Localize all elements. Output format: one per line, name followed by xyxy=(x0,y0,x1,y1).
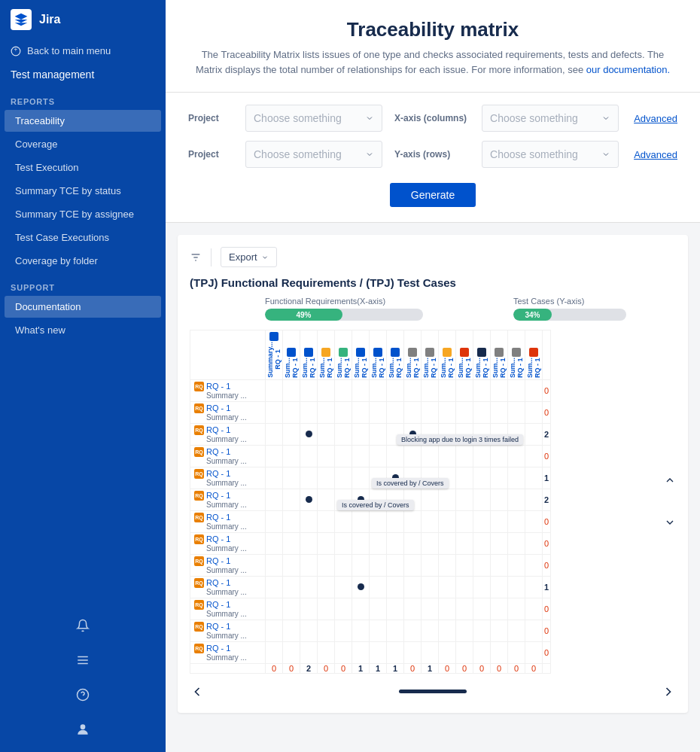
row-total: 0 xyxy=(543,620,551,641)
help-icon[interactable] xyxy=(71,683,95,707)
yaxis-progress-bar: 34% xyxy=(513,309,626,321)
col-header-8: RQ - 1Sum... xyxy=(387,330,404,380)
matrix-cell-dot[interactable] xyxy=(352,576,370,598)
sidebar-item-summary-tce-assignee[interactable]: Summary TCE by assignee xyxy=(5,203,161,225)
svg-text:+: + xyxy=(14,46,18,53)
row-total: 1 xyxy=(543,467,551,489)
row-summary: Summary ... xyxy=(194,457,261,465)
xaxis-label: X-axis (columns) xyxy=(394,113,470,123)
col-header-14: RQ - 1Sum... xyxy=(491,330,508,380)
table-row: RQRQ - 1 Summary ... 0 xyxy=(190,510,551,532)
support-section-label: SUPPORT xyxy=(0,272,166,295)
back-label: Back to main menu xyxy=(27,45,111,56)
yaxis-progress-fill: 34% xyxy=(513,309,552,321)
col-header-15: RQ - 1Sum... xyxy=(508,330,525,380)
scroll-right-button[interactable] xyxy=(661,684,676,699)
row-total: 0 xyxy=(543,379,551,401)
sidebar-item-test-case-executions[interactable]: Test Case Executions xyxy=(5,227,161,248)
sidebar-item-documentation[interactable]: Documentation xyxy=(5,296,161,318)
row-rq-label: RQ - 1 xyxy=(206,469,230,478)
chevron-down-icon-1 xyxy=(365,114,374,123)
bottom-navigation xyxy=(190,677,676,701)
sidebar-item-summary-tce-status[interactable]: Summary TCE by status xyxy=(5,180,161,202)
table-row: RQRQ - 1 Summary ... 0 xyxy=(190,641,551,663)
row-label-cell: RQ RQ - 1 Summary ... xyxy=(190,445,266,467)
sidebar-bottom-icons xyxy=(0,603,166,752)
scroll-left-button[interactable] xyxy=(190,684,205,699)
project-select-2[interactable]: Choose something xyxy=(245,141,382,168)
matrix-cell-dot-covered2[interactable]: Is covered by / Covers xyxy=(352,489,370,510)
sidebar-item-traceability[interactable]: Traceability xyxy=(5,110,161,132)
table-row: RQRQ - 1 Summary ... 0 xyxy=(190,620,551,641)
notifications-icon[interactable] xyxy=(71,613,95,638)
row-rq-label: RQ - 1 xyxy=(206,447,230,456)
page-description: The Traceability Matrix lists issues of … xyxy=(188,47,677,77)
matrix-cell-dot-tooltip[interactable]: Blocking app due to login 3 times failed xyxy=(404,423,422,445)
export-button[interactable]: Export xyxy=(221,247,277,267)
sidebar: Jira + Back to main menu Test management… xyxy=(0,0,166,752)
xaxis-progress-bar: 49% xyxy=(265,309,423,321)
sidebar-item-whats-new[interactable]: What's new xyxy=(5,319,161,341)
row-label-cell: RQ RQ - 1 Summary ... xyxy=(190,489,266,510)
matrix-section: Export (TPJ) Functional Requirements / (… xyxy=(178,235,688,713)
advanced-link-2[interactable]: Advanced xyxy=(634,149,677,160)
filter-row-1: Project Choose something X-axis (columns… xyxy=(188,105,677,132)
rq-icon: RQ xyxy=(194,403,204,413)
xaxis-progress-block: Functional Requirements(X-axis) 49% xyxy=(265,297,423,321)
scroll-up-button[interactable] xyxy=(664,474,676,486)
matrix-toolbar: Export xyxy=(190,247,676,267)
col-header-5: RQ - 1Sum... xyxy=(335,330,352,380)
row-total: 0 xyxy=(543,598,551,620)
table-row: RQ RQ - 1 Summary ... xyxy=(190,423,551,445)
yaxis-select[interactable]: Choose something xyxy=(482,141,619,168)
col-header-6: RQ - 1Sum... Result: Passed xyxy=(352,330,370,380)
advanced-link-1[interactable]: Advanced xyxy=(634,113,677,124)
matrix-scroll[interactable]: RQ - 1Summary... RQ - 1Sum... xyxy=(190,330,676,674)
matrix-cell-dot-covered1[interactable]: Is covered by / Covers xyxy=(387,467,404,489)
sidebar-module: Test management xyxy=(0,62,166,87)
back-to-main-menu[interactable]: + Back to main menu xyxy=(0,39,166,62)
sidebar-header: Jira xyxy=(0,0,166,39)
matrix-cell-dot[interactable] xyxy=(300,489,318,510)
col-header-11: RQ - 1Sum... xyxy=(439,330,456,380)
doc-link[interactable]: our documentation. xyxy=(586,64,670,75)
sidebar-item-test-execution[interactable]: Test Execution xyxy=(5,157,161,178)
coverage-dot xyxy=(306,496,312,503)
row-total: 1 xyxy=(543,576,551,598)
generate-button[interactable]: Generate xyxy=(390,183,476,207)
axis-progress-bars: Functional Requirements(X-axis) 49% Test… xyxy=(190,297,676,321)
table-row: RQ RQ - 1 Summary ... xyxy=(190,489,551,510)
menu-icon[interactable] xyxy=(71,648,95,672)
yaxis-progress-block: Test Cases (Y-axis) 34% xyxy=(513,297,626,321)
row-label-cell: RQ RQ - 1 Summary ... xyxy=(190,467,266,489)
table-row: RQRQ - 1 Summary ... 0 xyxy=(190,532,551,554)
chevron-down-icon-3 xyxy=(365,150,374,159)
avatar[interactable] xyxy=(71,717,95,741)
project-label-2: Project xyxy=(188,149,233,160)
sidebar-item-coverage[interactable]: Coverage xyxy=(5,133,161,155)
page-header: Traceability matrix The Traceability Mat… xyxy=(166,0,700,93)
xaxis-select[interactable]: Choose something xyxy=(482,105,619,132)
row-label-cell: RQRQ - 1 Summary ... xyxy=(190,641,266,663)
row-total: 0 xyxy=(543,641,551,663)
row-summary: Summary ... xyxy=(194,501,261,509)
project-select-1[interactable]: Choose something xyxy=(245,105,382,132)
row-label-cell: RQRQ - 1 Summary ... xyxy=(190,554,266,576)
table-row: RQ RQ - 1 Summary ... 0 xyxy=(190,379,551,401)
col-header-16: RQ - 1Sum... xyxy=(525,330,543,380)
col-header-3: RQ - 1Sum... xyxy=(300,330,318,380)
generate-row: Generate xyxy=(188,177,677,210)
filter-icon[interactable] xyxy=(190,251,202,263)
row-rq-label: RQ - 1 xyxy=(206,425,230,434)
scroll-down-button[interactable] xyxy=(664,516,676,528)
row-label-cell: RQRQ - 1 Summary ... xyxy=(190,576,266,598)
rq-icon: RQ xyxy=(194,382,204,391)
main-content: Traceability matrix The Traceability Mat… xyxy=(166,0,700,752)
chevron-down-icon-export xyxy=(261,254,269,261)
row-label-cell: RQRQ - 1 Summary ... xyxy=(190,598,266,620)
app-logo xyxy=(11,9,32,30)
sidebar-item-coverage-by-folder[interactable]: Coverage by folder xyxy=(5,250,161,272)
matrix-wrapper: RQ - 1Summary... RQ - 1Sum... xyxy=(190,330,676,674)
matrix-cell-dot[interactable] xyxy=(300,423,318,445)
reports-section-label: REPORTS xyxy=(0,87,166,109)
